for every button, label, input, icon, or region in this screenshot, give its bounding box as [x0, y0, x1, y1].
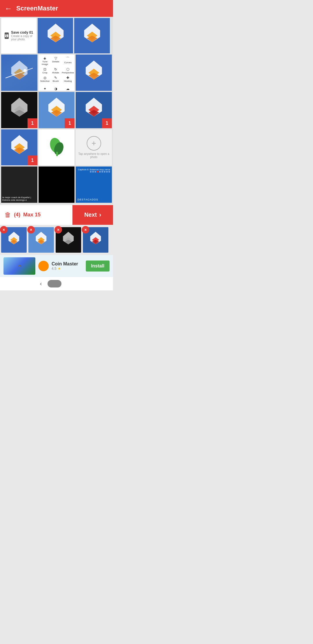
video-row: la mejor coach de España! | Estreno este…: [1, 167, 112, 203]
video-dots: [90, 171, 110, 173]
remove-btn-4[interactable]: ×: [82, 226, 89, 234]
grid-row-2: 1 1 1: [1, 92, 112, 128]
navigation-bar: ‹: [0, 277, 113, 290]
ad-rating: 4.5 ★: [52, 267, 83, 271]
svg-rect-26: [56, 152, 58, 156]
save-icon: [5, 32, 9, 39]
thumbnail-top-3[interactable]: [74, 18, 110, 53]
menu-crop: ⊡Crop: [40, 67, 50, 75]
menu-cell[interactable]: ◈Tune Image ▽Details ⌒Curves ◻White Bala…: [39, 55, 75, 91]
blue-logo-with-badge[interactable]: 1: [1, 129, 37, 166]
darkblue-logo-cell[interactable]: 1: [76, 92, 112, 128]
selection-count: (4): [14, 212, 20, 218]
ad-title: Coin Master: [52, 261, 83, 267]
selected-item-3: ×: [56, 227, 81, 253]
remove-btn-3[interactable]: ×: [54, 226, 62, 234]
next-button[interactable]: Next ›: [72, 205, 113, 225]
destacados-label: DESTACADOS: [77, 198, 98, 201]
install-button[interactable]: Install: [86, 261, 110, 272]
save-card[interactable]: Save cody 01 Create a copy of your photo…: [1, 18, 37, 53]
video-cell-2[interactable]: [39, 167, 75, 203]
next-arrow-icon: ›: [99, 211, 101, 219]
grid-row-3: 1 + Tap anywhere to open a photo: [1, 129, 112, 166]
menu-tonal: ◑Tonal Contrast: [51, 86, 61, 91]
menu-perspective: ⬡Perspective: [61, 67, 74, 75]
curve-photo-cell[interactable]: [1, 55, 37, 91]
video-cell-3[interactable]: Capítulo 6: Estamos muy cerca DESTACADOS: [76, 167, 112, 203]
bottom-toolbar: 🗑 (4) Max 15 Next ›: [0, 205, 113, 225]
add-photo-label: Tap anywhere to open a photo: [76, 152, 112, 159]
selected-item-1: ×: [1, 227, 27, 253]
ad-coin-icon: [38, 261, 49, 271]
grid-row-1: ◈Tune Image ▽Details ⌒Curves ◻White Bala…: [1, 55, 112, 91]
menu-healing: ✚Healing: [61, 75, 74, 86]
badge-1: 1: [28, 118, 37, 128]
selected-images-strip: × × ×: [0, 225, 113, 255]
back-button[interactable]: ←: [5, 4, 12, 13]
app-title: ScreenMaster: [16, 5, 58, 12]
star-icon: ★: [58, 267, 61, 271]
ad-game-image: 🎮: [3, 257, 35, 275]
add-photo-cell[interactable]: + Tap anywhere to open a photo: [76, 129, 112, 166]
toolbar-left: 🗑 (4) Max 15: [0, 211, 72, 219]
remove-btn-1[interactable]: ×: [0, 226, 8, 234]
max-label: Max 15: [23, 212, 41, 218]
next-label: Next: [84, 211, 97, 218]
trash-icon[interactable]: 🗑: [5, 211, 11, 219]
video-text-1: la mejor coach de España! | Estreno este…: [2, 196, 36, 202]
nav-home-indicator[interactable]: [48, 280, 61, 287]
save-title: Save cody 01: [11, 30, 33, 35]
ad-text-area: Coin Master 4.5 ★: [52, 261, 83, 271]
video-cell-1[interactable]: la mejor coach de España! | Estreno este…: [1, 167, 37, 203]
menu-rotate: ↻Rotate: [51, 67, 61, 75]
menu-selective: ◎Selective: [40, 75, 50, 86]
save-subtitle: Create a copy of your photo.: [11, 35, 33, 41]
evernote-cell[interactable]: [39, 129, 75, 166]
ad-banner: 🎮 Coin Master 4.5 ★ Install: [0, 255, 113, 277]
badge-3: 1: [102, 118, 112, 128]
video-text-3: Capítulo 6: Estamos muy cerca: [78, 168, 110, 171]
menu-brush: ✎Brush: [51, 75, 61, 86]
save-text-area: Save cody 01 Create a copy of your photo…: [11, 30, 33, 41]
menu-details: ▽Details: [51, 56, 61, 66]
menu-drama: ☁Drama: [61, 86, 74, 91]
menu-glamour: ✦Glamour Glow: [40, 86, 50, 91]
badge-4: 1: [28, 155, 37, 165]
menu-curves: ⌒Curves: [61, 56, 74, 66]
black-logo-cell[interactable]: 1: [1, 92, 37, 128]
blue-logo-cell-1[interactable]: [76, 55, 112, 91]
thumbnail-top-2[interactable]: [38, 18, 73, 53]
badge-2: 1: [65, 118, 74, 128]
remove-btn-2[interactable]: ×: [27, 226, 35, 234]
selected-item-4: ×: [83, 227, 108, 253]
lightblue-logo-cell[interactable]: 1: [39, 92, 75, 128]
tools-menu: ◈Tune Image ▽Details ⌒Curves ◻White Bala…: [40, 56, 74, 91]
add-icon: +: [87, 136, 101, 151]
photo-grid-area: Save cody 01 Create a copy of your photo…: [0, 17, 113, 204]
nav-back-button[interactable]: ‹: [40, 280, 42, 287]
menu-tune: ◈Tune Image: [40, 56, 50, 66]
rating-value: 4.5: [52, 267, 57, 271]
save-row: Save cody 01 Create a copy of your photo…: [1, 18, 112, 53]
selected-item-2: ×: [28, 227, 54, 253]
app-header: ← ScreenMaster: [0, 0, 113, 17]
